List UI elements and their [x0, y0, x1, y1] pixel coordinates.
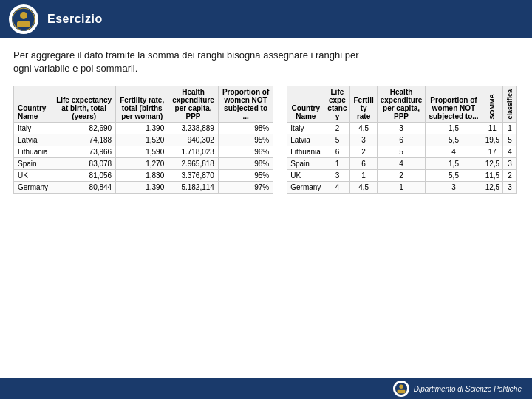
right-th-proportion: Proportion ofwomen NOTsubjected to... [426, 86, 482, 123]
right-th-health: Healthexpenditureper capita,PPP [377, 86, 426, 123]
table-cell: 3 [503, 158, 517, 170]
table-row: UK3125,511,52 [287, 170, 517, 182]
left-table-body: Italy82,6901,3903.238,88998%Latvia74,188… [14, 123, 273, 194]
table-cell: 83,078 [52, 158, 116, 170]
right-th-life: Lifeexpectancy [324, 86, 350, 123]
svg-point-5 [399, 385, 403, 389]
left-th-proportion: Proportion ofwomen NOTsubjected to... [218, 86, 273, 123]
table-cell: 2 [377, 170, 426, 182]
table-cell: 3 [350, 134, 377, 146]
footer-label: Dipartimento di Scienze Politiche [414, 385, 522, 393]
table-row: Spain1641,512,53 [287, 158, 517, 170]
right-th-somma: SOMMA [482, 86, 502, 123]
table-cell: 6 [377, 134, 426, 146]
right-table-body: Italy24,531,5111Latvia5365,519,55Lithuan… [287, 123, 517, 194]
table-cell: 5,5 [426, 134, 482, 146]
table-cell: Lithuania [287, 146, 324, 158]
table-cell: UK [287, 170, 324, 182]
table-cell: 3 [503, 182, 517, 194]
table-cell: 19,5 [482, 134, 502, 146]
table-cell: 1 [377, 182, 426, 194]
intro-line1: Per aggregare il dato tramite la somma d… [13, 50, 359, 61]
table-cell: 1.718,023 [168, 146, 219, 158]
logo-icon [11, 7, 36, 32]
table-cell: Lithuania [14, 146, 52, 158]
header: Esercizio [0, 0, 532, 38]
table-cell: 73,966 [52, 146, 116, 158]
table-cell: 1 [350, 170, 377, 182]
table-cell: 1,5 [426, 123, 482, 134]
table-cell: 1,830 [116, 170, 168, 182]
table-cell: Spain [14, 158, 52, 170]
table-row: Lithuania73,9661,5901.718,02396% [14, 146, 273, 158]
table-cell: 4,5 [350, 182, 377, 194]
logo [9, 4, 38, 34]
table-cell: 5 [377, 146, 426, 158]
table-cell: 98% [218, 123, 273, 134]
table-cell: UK [14, 170, 52, 182]
table-row: Latvia5365,519,55 [287, 134, 517, 146]
table-cell: 1,5 [426, 158, 482, 170]
table-cell: 3.376,870 [168, 170, 219, 182]
table-row: Spain83,0781,2702.965,81898% [14, 158, 273, 170]
footer: Dipartimento di Scienze Politiche [0, 378, 532, 399]
svg-rect-6 [397, 390, 405, 394]
table-row: UK81,0561,8303.376,87095% [14, 170, 273, 182]
table-cell: 3 [377, 123, 426, 134]
table-cell: 81,056 [52, 170, 116, 182]
table-cell: 95% [218, 134, 273, 146]
table-cell: 1 [324, 158, 350, 170]
table-cell: Germany [14, 182, 52, 194]
svg-point-1 [20, 12, 27, 19]
table-cell: 17 [482, 146, 502, 158]
table-cell: 3.238,889 [168, 123, 219, 134]
table-cell: Latvia [287, 134, 324, 146]
footer-logo [393, 381, 409, 397]
table-cell: 2 [324, 123, 350, 134]
table-cell: 1,390 [116, 123, 168, 134]
table-cell: 940,302 [168, 134, 219, 146]
left-table-header-row: CountryName Life expectancyat birth, tot… [14, 86, 273, 123]
main-content: Per aggregare il dato tramite la somma d… [0, 38, 532, 201]
table-cell: 4,5 [350, 123, 377, 134]
table-cell: 82,690 [52, 123, 116, 134]
table-cell: 1 [503, 123, 517, 134]
intro-paragraph: Per aggregare il dato tramite la somma d… [13, 49, 519, 75]
table-cell: 4 [426, 146, 482, 158]
right-table-wrap: CountryName Lifeexpectancy Fertilityrate… [287, 86, 517, 194]
svg-rect-2 [17, 21, 30, 27]
table-cell: 5 [503, 134, 517, 146]
table-cell: 96% [218, 146, 273, 158]
table-cell: Latvia [14, 134, 52, 146]
table-cell: 5 [324, 134, 350, 146]
table-cell: 2.965,818 [168, 158, 219, 170]
table-cell: 11,5 [482, 170, 502, 182]
tables-container: CountryName Life expectancyat birth, tot… [13, 86, 519, 194]
right-table: CountryName Lifeexpectancy Fertilityrate… [287, 86, 517, 194]
table-cell: 6 [324, 146, 350, 158]
table-cell: 11 [482, 123, 502, 134]
table-cell: 4 [377, 158, 426, 170]
table-cell: Italy [287, 123, 324, 134]
table-cell: 98% [218, 158, 273, 170]
page-title: Esercizio [47, 13, 103, 26]
table-cell: 80,844 [52, 182, 116, 194]
right-table-header-row: CountryName Lifeexpectancy Fertilityrate… [287, 86, 517, 123]
left-th-fertility: Fertility rate,total (birthsper woman) [116, 86, 168, 123]
table-cell: 1,520 [116, 134, 168, 146]
table-cell: 74,188 [52, 134, 116, 146]
table-cell: 4 [503, 146, 517, 158]
table-row: Germany80,8441,3905.182,11497% [14, 182, 273, 194]
table-cell: 3 [426, 182, 482, 194]
table-cell: 4 [324, 182, 350, 194]
table-row: Italy24,531,5111 [287, 123, 517, 134]
table-cell: 2 [350, 146, 377, 158]
intro-line2: ogni variabile e poi sommarli. [13, 63, 137, 74]
table-cell: 1,390 [116, 182, 168, 194]
table-cell: 12,5 [482, 182, 502, 194]
table-row: Lithuania6254174 [287, 146, 517, 158]
table-cell: 5.182,114 [168, 182, 219, 194]
right-th-classifica: classifica [503, 86, 517, 123]
table-row: Italy82,6901,3903.238,88998% [14, 123, 273, 134]
right-th-country: CountryName [287, 86, 324, 123]
